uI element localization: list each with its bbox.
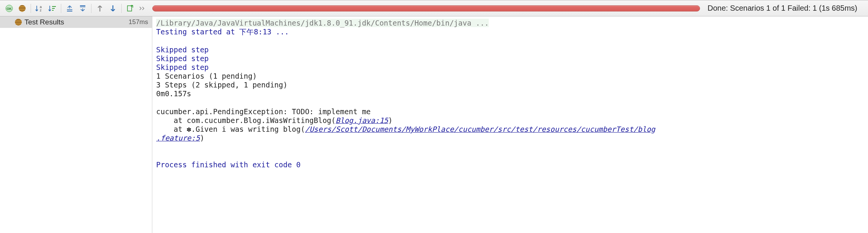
progress-container bbox=[152, 5, 700, 11]
tree-root-label: Test Results bbox=[24, 18, 64, 26]
test-runner-panel: OK a z bbox=[0, 0, 868, 233]
toolbar-separator bbox=[61, 4, 61, 13]
show-ignored-button[interactable] bbox=[16, 3, 28, 14]
sort-duration-button[interactable] bbox=[46, 3, 59, 14]
arrow-up-icon bbox=[96, 5, 103, 12]
svg-rect-11 bbox=[80, 5, 85, 6]
export-results-button[interactable] bbox=[124, 3, 136, 14]
stack-link-cont[interactable]: .feature:5 bbox=[156, 134, 200, 142]
stack-link[interactable]: Blog.java:15 bbox=[336, 116, 388, 125]
console-exception: cucumber.api.PendingException: TODO: imp… bbox=[156, 107, 371, 116]
striped-circle-icon bbox=[18, 5, 26, 12]
svg-rect-8 bbox=[52, 8, 55, 9]
svg-rect-10 bbox=[67, 11, 72, 11]
arrow-down-icon bbox=[109, 5, 116, 12]
tree-root-duration: 157ms bbox=[129, 18, 148, 26]
console-output[interactable]: /Library/Java/JavaVirtualMachines/jdk1.8… bbox=[152, 16, 868, 233]
console-line: Skipped step bbox=[156, 63, 209, 71]
main-area: Test Results 157ms /Library/Java/JavaVir… bbox=[0, 16, 868, 233]
svg-text:z: z bbox=[40, 8, 42, 12]
progress-bar bbox=[152, 5, 700, 11]
toolbar-separator bbox=[91, 4, 91, 13]
sort-alpha-button[interactable]: a z bbox=[33, 3, 46, 14]
test-toolbar: OK a z bbox=[0, 0, 868, 16]
console-cmd: /Library/Java/JavaVirtualMachines/jdk1.8… bbox=[156, 19, 489, 27]
ok-badge-icon: OK bbox=[5, 5, 13, 12]
next-failed-button[interactable] bbox=[107, 3, 119, 14]
console-started: Testing started at 下午8:13 ... bbox=[156, 28, 289, 36]
collapse-all-icon bbox=[79, 5, 86, 12]
toolbar-separator bbox=[121, 4, 122, 13]
svg-point-15 bbox=[15, 19, 22, 26]
tree-root-row[interactable]: Test Results 157ms bbox=[0, 16, 152, 28]
show-passed-button[interactable]: OK bbox=[3, 3, 15, 14]
expand-all-button[interactable] bbox=[64, 3, 76, 14]
stack-link[interactable]: /Users/Scott/Documents/MyWorkPlace/cucum… bbox=[305, 125, 655, 133]
console-line: 0m0.157s bbox=[156, 89, 191, 98]
collapse-all-button[interactable] bbox=[77, 3, 89, 14]
export-icon bbox=[126, 5, 134, 12]
expand-all-icon bbox=[66, 5, 73, 12]
console-stack-line: at com.cucumber.Blog.iWasWritingBlog(Blo… bbox=[156, 116, 393, 125]
console-stack-line: at ✽.Given i was writing blog(/Users/Sco… bbox=[156, 125, 655, 133]
toolbar-overflow-button[interactable] bbox=[137, 3, 148, 14]
console-line: Skipped step bbox=[156, 54, 209, 63]
test-tree[interactable]: Test Results 157ms bbox=[0, 16, 152, 233]
sort-duration-icon bbox=[48, 5, 57, 12]
chevron-right-double-icon bbox=[139, 6, 146, 10]
status-text: Done: Scenarios 1 of 1 Failed: 1 (1s 685… bbox=[708, 4, 865, 13]
svg-rect-9 bbox=[52, 10, 54, 11]
svg-rect-7 bbox=[52, 6, 56, 7]
console-exit: Process finished with exit code 0 bbox=[156, 160, 301, 169]
console-line: 3 Steps (2 skipped, 1 pending) bbox=[156, 81, 287, 89]
toolbar-separator bbox=[31, 4, 31, 13]
svg-point-4 bbox=[19, 5, 26, 12]
prev-failed-button[interactable] bbox=[94, 3, 106, 14]
console-line: Skipped step bbox=[156, 45, 209, 54]
sort-alpha-icon: a z bbox=[35, 5, 44, 12]
svg-text:OK: OK bbox=[7, 7, 12, 11]
console-line: 1 Scenarios (1 pending) bbox=[156, 72, 257, 80]
cucumber-icon bbox=[15, 18, 22, 26]
